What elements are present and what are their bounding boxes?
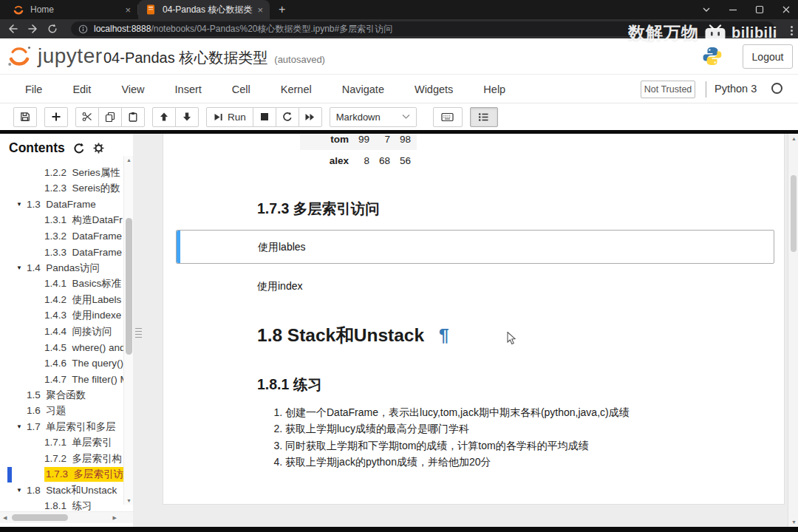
logout-button[interactable]: Logout: [743, 44, 793, 69]
toc-item-147[interactable]: 1.4.7 The filter() M: [0, 372, 124, 388]
browser-titlebar: Home × 04-Pandas 核心数据类型 × +: [0, 0, 798, 19]
table-row: tom 99 7 98: [300, 134, 417, 150]
menu-cell[interactable]: Cell: [232, 83, 250, 95]
menu-kernel[interactable]: Kernel: [281, 83, 312, 95]
paste-cell-button[interactable]: [121, 107, 145, 127]
toc-item-143[interactable]: 1.4.3 使用indexe: [0, 308, 124, 324]
menu-insert[interactable]: Insert: [175, 83, 202, 95]
maximize-icon[interactable]: [755, 5, 764, 14]
section-heading-18[interactable]: 1.8 Stack和Unstack ¶: [257, 323, 449, 347]
menu-view[interactable]: View: [121, 83, 144, 95]
toc-item-13[interactable]: ▼1.3 DataFrame: [0, 197, 124, 213]
restart-run-all-button[interactable]: [299, 107, 322, 127]
reload-toc-icon[interactable]: [73, 143, 85, 154]
toc-collapse-arrow[interactable]: ▼: [16, 487, 27, 494]
toc-item-172[interactable]: 1.7.2 多层索引构: [0, 451, 124, 467]
add-cell-button[interactable]: [44, 107, 68, 127]
toc-item-145[interactable]: 1.4.5 where() and: [0, 340, 124, 356]
scroll-up-icon[interactable]: ▲: [791, 136, 797, 141]
toc-item-18[interactable]: ▼1.8 Stack和Unstack: [0, 482, 124, 499]
contents-header: Contents: [9, 140, 104, 156]
sidebar-resize-handle[interactable]: [135, 328, 142, 340]
paste-icon: [128, 112, 138, 122]
sidebar-vertical-scrollbar[interactable]: ▲ ▼: [123, 156, 133, 505]
refresh-icon[interactable]: [47, 24, 58, 34]
menu-edit[interactable]: Edit: [72, 83, 91, 95]
notebook-title[interactable]: 04-Pandas 核心数据类型(autosaved): [103, 48, 325, 68]
heading-anchor-link[interactable]: ¶: [439, 325, 449, 346]
forward-arrow-icon[interactable]: [27, 24, 38, 34]
gear-icon[interactable]: [93, 143, 104, 154]
cell-type-select[interactable]: Markdown: [330, 107, 417, 127]
jupyter-logo-icon: [6, 43, 33, 69]
scroll-right-icon[interactable]: ▶: [113, 515, 117, 521]
sidebar-horizontal-scrollbar[interactable]: ◀ ▶: [0, 511, 133, 523]
cell-value: 56: [390, 155, 411, 166]
scroll-down-icon[interactable]: ▼: [126, 498, 132, 503]
nav-icons: [7, 19, 58, 38]
toc-collapse-arrow[interactable]: ▼: [16, 201, 27, 208]
tab-notebook[interactable]: 04-Pandas 核心数据类型 ×: [138, 0, 270, 19]
toc-toggle-button[interactable]: [470, 107, 498, 127]
toc-collapse-arrow[interactable]: ▼: [16, 423, 27, 430]
scroll-left-icon[interactable]: ◀: [3, 515, 7, 521]
toc-item-131[interactable]: 1.3.1 构造DataFr: [0, 213, 124, 229]
close-icon[interactable]: [782, 5, 791, 14]
section-heading-181[interactable]: 1.8.1 练习: [257, 375, 322, 395]
back-arrow-icon[interactable]: [7, 24, 18, 34]
tab-search-chevron-icon[interactable]: [702, 5, 711, 14]
command-palette-button[interactable]: [433, 107, 463, 127]
tab-close-icon[interactable]: ×: [125, 5, 131, 15]
tab-close-icon[interactable]: ×: [257, 5, 263, 15]
run-button[interactable]: Run: [206, 107, 253, 127]
minimize-icon[interactable]: [729, 5, 737, 14]
url-path: /notebooks/04-Pandas%20核心数据类型.ipynb#多层索引…: [151, 23, 392, 35]
toc-item-132[interactable]: 1.3.2 DataFrame: [0, 228, 124, 245]
scrollbar-thumb[interactable]: [126, 218, 132, 355]
toc-item-141[interactable]: 1.4.1 Basics标准: [0, 276, 124, 293]
restart-kernel-button[interactable]: [276, 107, 299, 127]
toc-item-144[interactable]: 1.4.4 间接访问: [0, 324, 124, 340]
menu-file[interactable]: File: [25, 83, 42, 95]
browser-menu-icon[interactable]: [791, 26, 793, 28]
menu-navigate[interactable]: Navigate: [342, 83, 384, 95]
toc-item-16[interactable]: 1.6 习题: [0, 403, 124, 420]
toc-item-133[interactable]: 1.3.3 DataFrame: [0, 245, 124, 261]
toc-item-173-current[interactable]: 1.7.3 多层索引访问: [0, 467, 124, 483]
toc-item-171[interactable]: 1.7.1 单层索引: [0, 435, 124, 451]
toc-item-123[interactable]: 1.2.3 Sereis的数: [0, 181, 124, 197]
toc-item-142[interactable]: 1.4.2 使用Labels: [0, 292, 124, 308]
toc-item-122[interactable]: 1.2.2 Series属性: [0, 165, 124, 181]
stop-button[interactable]: [253, 107, 276, 127]
scroll-up-icon[interactable]: ▲: [126, 157, 132, 163]
toc-item-14[interactable]: ▼1.4 Pandas访问: [0, 260, 124, 276]
move-cell-up-button[interactable]: [152, 107, 176, 127]
contents-title: Contents: [9, 140, 65, 156]
toc-item-17[interactable]: ▼1.7 单层索引和多层: [0, 419, 124, 435]
selected-markdown-cell[interactable]: 使用lables: [176, 230, 774, 264]
refresh-kernel-icon: [282, 112, 293, 122]
new-tab-button[interactable]: +: [270, 0, 294, 19]
jupyter-logo[interactable]: jupyter: [6, 43, 103, 69]
toc-collapse-arrow[interactable]: ▼: [16, 265, 27, 271]
trust-status-button[interactable]: Not Trusted: [641, 81, 695, 98]
page-scrollbar[interactable]: ▲ ▼: [788, 134, 798, 527]
markdown-text-use-index[interactable]: 使用index: [257, 280, 302, 293]
tab-home[interactable]: Home ×: [6, 0, 137, 19]
toc-item-146[interactable]: 1.4.6 The query(): [0, 355, 124, 372]
section-heading-173[interactable]: 1.7.3 多层索引访问: [257, 199, 380, 219]
menu-widgets[interactable]: Widgets: [415, 83, 453, 95]
toc-list: 1.2.2 Series属性 1.2.3 Sereis的数 ▼1.3 DataF…: [0, 165, 124, 514]
save-button[interactable]: [13, 107, 37, 127]
scrollbar-thumb[interactable]: [12, 514, 68, 521]
scrollbar-thumb[interactable]: [791, 175, 797, 252]
cell-value: 8: [349, 155, 369, 166]
toc-item-15[interactable]: 1.5 聚合函数: [0, 387, 124, 403]
keyboard-icon: [441, 112, 454, 122]
cut-cell-button[interactable]: [75, 107, 99, 127]
menu-help[interactable]: Help: [483, 83, 505, 95]
info-icon[interactable]: [78, 24, 88, 34]
move-cell-down-button[interactable]: [175, 107, 199, 127]
copy-cell-button[interactable]: [98, 107, 122, 127]
scroll-down-icon[interactable]: ▼: [791, 519, 797, 525]
